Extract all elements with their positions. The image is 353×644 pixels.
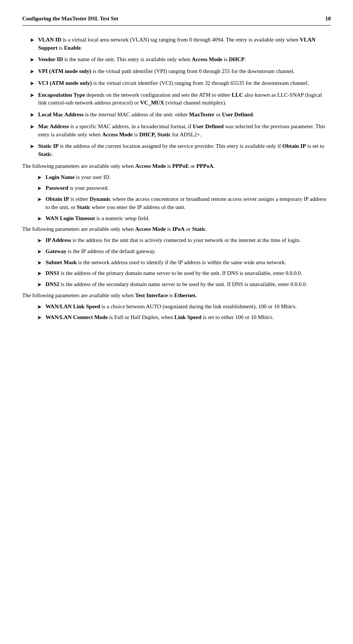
bullet-arrow: ➤ [30,123,34,131]
list-item-content: Gateway is the IP address of the default… [46,248,331,256]
list-item-content: Encapsulation Type depends on the networ… [38,91,331,107]
list-item-vendor-id: ➤Vendor ID is the name of the unit. This… [22,56,331,64]
list-item-content: WAN Login Timeout is a numeric setup fie… [46,215,331,223]
bullet-arrow: ➤ [37,236,42,245]
list-item-obtain-ip: ➤Obtain IP is either Dynamic where the a… [37,195,331,212]
list-item-content: VLAN ID is a virtual local area network … [38,36,331,52]
bullet-arrow: ➤ [30,142,34,150]
list-item-content: VCI (ATM mode only) is the virtual circu… [38,79,331,87]
page-header: Configuring the MaxTester DSL Test Set 1… [22,15,331,26]
bullet-arrow: ➤ [30,91,34,99]
bullet-arrow: ➤ [37,184,42,192]
bullet-arrow: ➤ [37,195,42,203]
list-item-content: Vendor ID is the name of the unit. This … [38,56,331,64]
list-item-content: Mac Address is a specific MAC address, i… [38,123,331,139]
page-header-number: 18 [325,15,331,23]
bullet-arrow: ➤ [37,269,42,278]
pppoe-bullet-list: ➤Login Name is your user ID.➤Password is… [37,173,331,223]
list-item-content: IP Address is the address for the unit t… [46,236,331,245]
list-item-vpi: ➤VPI (ATM mode only) is the virtual path… [22,67,331,76]
list-item-wan-lan-connect-mode: ➤WAN/LAN Connect Mode is Full or Half Du… [37,313,331,322]
bullet-arrow: ➤ [37,259,42,267]
ipoa-intro-text: The following parameters are available o… [22,225,331,233]
list-item-vlan-id: ➤VLAN ID is a virtual local area network… [22,36,331,52]
bullet-arrow: ➤ [30,111,34,119]
list-item-content: Static IP is the address of the current … [38,142,331,159]
list-item-password: ➤Password is your password. [37,184,331,192]
bullet-arrow: ➤ [30,56,34,64]
list-item-content: Login Name is your user ID. [46,173,331,182]
list-item-local-mac-address: ➤Local Mac Address is the internal MAC a… [22,111,331,119]
list-item-content: Local Mac Address is the internal MAC ad… [38,111,331,119]
list-item-gateway: ➤Gateway is the IP address of the defaul… [37,248,331,256]
bullet-arrow: ➤ [37,303,42,311]
list-item-encapsulation-type: ➤Encapsulation Type depends on the netwo… [22,91,331,107]
list-item-dns2: ➤DNS2 is the address of the secondary do… [37,280,331,289]
list-item-subnet-mask: ➤Subnet Mask is the network address used… [37,259,331,267]
list-item-login-name: ➤Login Name is your user ID. [37,173,331,182]
bullet-arrow: ➤ [30,36,34,44]
list-item-wan-login-timeout: ➤WAN Login Timeout is a numeric setup fi… [37,215,331,223]
list-item-dns1: ➤DNS1 is the address of the primary doma… [37,269,331,278]
list-item-wan-lan-link-speed: ➤WAN/LAN Link Speed is a choice between … [37,303,331,311]
bullet-arrow: ➤ [37,173,42,182]
list-item-content: DNS2 is the address of the secondary dom… [46,280,331,289]
ethernet-bullet-list: ➤WAN/LAN Link Speed is a choice between … [37,303,331,322]
ethernet-intro-text: The following parameters are available o… [22,292,331,300]
ipoa-bullet-list: ➤IP Address is the address for the unit … [37,236,331,289]
bullet-arrow: ➤ [37,313,42,322]
bullet-arrow: ➤ [30,67,34,76]
bullet-arrow: ➤ [37,248,42,256]
pppoe-intro-text: The following parameters are available o… [22,162,331,170]
list-item-vci: ➤VCI (ATM mode only) is the virtual circ… [22,79,331,87]
bullet-arrow: ➤ [37,215,42,223]
main-bullet-list: ➤VLAN ID is a virtual local area network… [22,36,331,159]
list-item-content: VPI (ATM mode only) is the virtual path … [38,67,331,76]
bullet-arrow: ➤ [30,79,34,87]
list-item-content: Obtain IP is either Dynamic where the ac… [46,195,331,212]
list-item-content: Password is your password. [46,184,331,192]
list-item-content: DNS1 is the address of the primary domai… [46,269,331,278]
bullet-arrow: ➤ [37,280,42,289]
list-item-content: WAN/LAN Link Speed is a choice between A… [46,303,331,311]
list-item-static-ip: ➤Static IP is the address of the current… [22,142,331,159]
page-header-title: Configuring the MaxTester DSL Test Set [22,15,118,23]
list-item-content: Subnet Mask is the network address used … [46,259,331,267]
list-item-ip-address: ➤IP Address is the address for the unit … [37,236,331,245]
list-item-mac-address: ➤Mac Address is a specific MAC address, … [22,123,331,139]
list-item-content: WAN/LAN Connect Mode is Full or Half Dup… [46,313,331,322]
